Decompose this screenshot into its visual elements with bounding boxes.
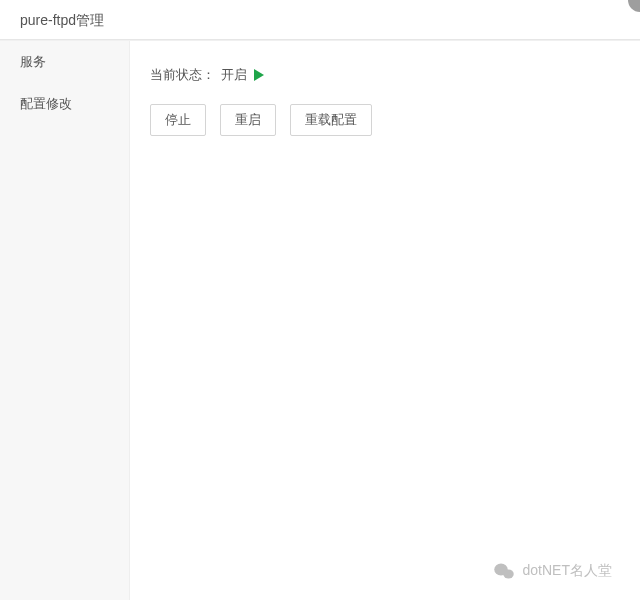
sidebar-item-service[interactable]: 服务 xyxy=(0,41,129,83)
restart-button[interactable]: 重启 xyxy=(220,104,276,136)
dialog-title: pure-ftpd管理 xyxy=(20,12,104,28)
sidebar-item-label: 配置修改 xyxy=(20,96,72,111)
status-label: 当前状态： xyxy=(150,67,215,82)
watermark: dotNET名人堂 xyxy=(493,562,612,580)
sidebar-item-label: 服务 xyxy=(20,54,46,69)
play-icon xyxy=(254,69,264,81)
dialog-header: pure-ftpd管理 xyxy=(0,0,640,40)
main-panel: 当前状态： 开启 停止 重启 重载配置 xyxy=(130,41,640,600)
dialog-body: 服务 配置修改 当前状态： 开启 停止 重启 重载配置 xyxy=(0,40,640,600)
wechat-icon xyxy=(493,562,515,580)
sidebar: 服务 配置修改 xyxy=(0,41,130,600)
stop-button[interactable]: 停止 xyxy=(150,104,206,136)
reload-button[interactable]: 重载配置 xyxy=(290,104,372,136)
sidebar-item-config[interactable]: 配置修改 xyxy=(0,83,129,125)
svg-point-1 xyxy=(503,570,514,579)
button-row: 停止 重启 重载配置 xyxy=(150,104,620,136)
watermark-text: dotNET名人堂 xyxy=(523,562,612,580)
status-value: 开启 xyxy=(221,67,247,82)
status-row: 当前状态： 开启 xyxy=(150,66,620,84)
